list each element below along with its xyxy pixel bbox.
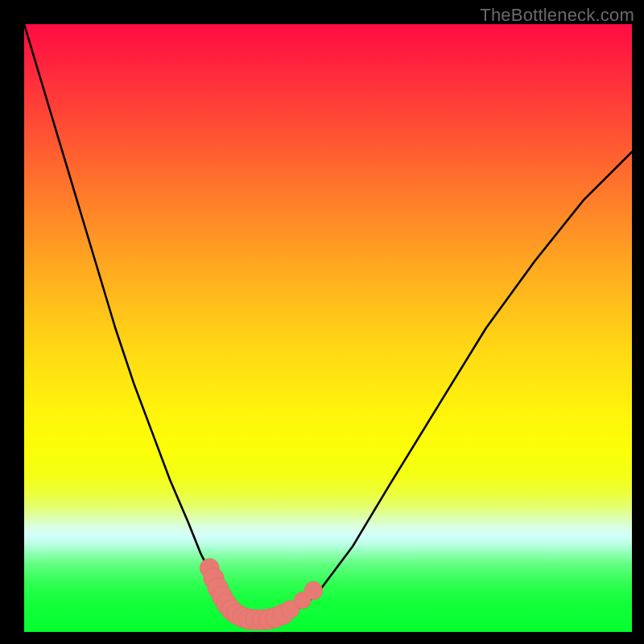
watermark-text: TheBottleneck.com	[480, 5, 634, 26]
plot-area	[24, 24, 632, 632]
curve-path-group	[24, 24, 632, 619]
chart-frame: TheBottleneck.com	[0, 0, 644, 644]
chart-svg	[24, 24, 632, 632]
marker-dot	[304, 581, 323, 600]
marker-group	[200, 559, 323, 630]
bottleneck-curve	[24, 24, 632, 619]
